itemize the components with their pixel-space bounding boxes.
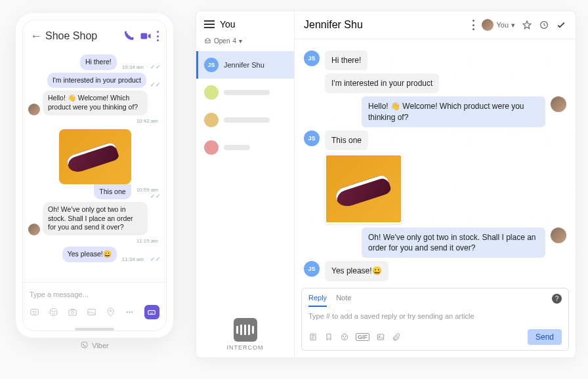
shop-name: Shoe Shop	[45, 30, 120, 42]
camera-icon[interactable]	[68, 306, 77, 318]
customer-name: Jennifer Shu	[304, 19, 467, 31]
tab-note[interactable]: Note	[336, 294, 351, 307]
sticker-icon[interactable]	[30, 306, 39, 318]
svg-point-10	[110, 310, 112, 312]
msg-sent: Yes please!😀	[62, 247, 117, 262]
msg-sent: This one	[94, 184, 131, 200]
assignee-selector[interactable]: You ▾	[482, 19, 515, 31]
svg-point-18	[341, 334, 347, 340]
avatar	[28, 224, 40, 235]
phone-header: ← Shoe Shop	[23, 20, 166, 49]
message-input[interactable]: Type a message...	[30, 287, 159, 302]
svg-point-3	[35, 311, 36, 312]
phone-composer: Type a message...	[23, 282, 166, 326]
article-icon[interactable]	[308, 332, 318, 342]
intercom-panel: You Open 4 ▾ JS Jennifer Shu INTERCOM Je…	[196, 10, 576, 358]
attached-image[interactable]	[325, 154, 402, 224]
star-icon[interactable]	[522, 20, 532, 30]
back-arrow-icon[interactable]: ←	[30, 30, 43, 43]
msg-inbound: Hi there!	[325, 50, 368, 70]
svg-rect-21	[377, 334, 383, 340]
conversation-item[interactable]	[196, 134, 294, 161]
msg-received: Hello! 👋 Welcome! Which product were you…	[43, 90, 148, 115]
avatar	[204, 85, 219, 100]
avatar: JS	[204, 58, 219, 72]
avatar: JS	[304, 261, 320, 277]
gif-icon[interactable]: GIF	[356, 333, 369, 341]
read-checks-icon: ✓✓	[150, 64, 161, 70]
inbox-filter[interactable]: Open 4 ▾	[196, 35, 294, 51]
svg-point-20	[345, 336, 346, 336]
attached-image[interactable]	[59, 129, 131, 184]
attachment-icon[interactable]	[392, 332, 401, 342]
phone-mockup: ← Shoe Shop Hi there!10:34 am✓✓ I'm inte…	[16, 13, 173, 338]
placeholder-line	[224, 90, 270, 95]
msg-outbound: Oh! We've only got two in stock. Shall I…	[362, 228, 545, 258]
svg-point-8	[72, 311, 74, 314]
more-icon[interactable]	[125, 306, 135, 318]
svg-rect-15	[81, 342, 87, 348]
avatar	[204, 113, 219, 127]
video-call-icon[interactable]	[140, 30, 152, 42]
chevron-down-icon: ▾	[239, 37, 242, 45]
placeholder-line	[224, 117, 270, 123]
agent-avatar	[551, 96, 566, 112]
svg-point-2	[33, 311, 33, 312]
tab-reply[interactable]: Reply	[308, 294, 327, 307]
conversation-name: Jennifer Shu	[224, 61, 264, 69]
conversation-sidebar: You Open 4 ▾ JS Jennifer Shu INTERCOM	[196, 11, 295, 357]
conversation-item[interactable]: JS Jennifer Shu	[196, 51, 294, 79]
svg-point-13	[132, 311, 133, 313]
keyboard-button[interactable]	[144, 305, 159, 319]
close-conversation-icon[interactable]	[556, 20, 566, 30]
avatar	[28, 104, 40, 115]
svg-point-19	[343, 336, 344, 336]
svg-rect-14	[148, 311, 156, 315]
snooze-icon[interactable]	[539, 20, 549, 30]
avatar	[204, 140, 219, 155]
conversation-item[interactable]	[196, 79, 294, 106]
agent-avatar	[482, 19, 494, 31]
conversation-item[interactable]	[196, 106, 294, 134]
msg-outbound: Hello! 👋 Welcome! Which product were you…	[362, 96, 545, 127]
phone-call-icon[interactable]	[123, 30, 135, 42]
intercom-brand: INTERCOM	[196, 311, 294, 357]
more-options-icon[interactable]	[157, 31, 159, 41]
read-checks-icon: ✓✓	[150, 256, 161, 262]
svg-rect-1	[31, 309, 38, 315]
gallery-icon[interactable]	[87, 306, 96, 318]
reply-input[interactable]: Type # to add a saved reply or try sendi…	[302, 307, 568, 325]
svg-rect-7	[69, 310, 76, 315]
svg-point-12	[129, 311, 131, 313]
svg-rect-0	[141, 33, 148, 39]
bookmark-icon[interactable]	[324, 332, 333, 342]
avatar: JS	[304, 50, 320, 66]
msg-sent: I'm interested in your product	[47, 73, 146, 89]
emoji-icon[interactable]	[49, 306, 58, 318]
svg-point-4	[50, 308, 57, 315]
inbox-title: You	[220, 19, 236, 30]
read-checks-icon: ✓✓	[150, 81, 161, 88]
viber-brand-label: Viber	[16, 341, 173, 349]
composer: Reply Note ? Type # to add a saved reply…	[301, 288, 569, 351]
agent-avatar	[551, 228, 566, 243]
send-button[interactable]: Send	[528, 329, 562, 345]
image-icon[interactable]	[376, 332, 385, 342]
home-indicator	[75, 328, 114, 330]
thread-header: Jennifer Shu You ▾	[295, 11, 576, 39]
more-options-icon[interactable]	[472, 20, 475, 30]
svg-rect-9	[88, 309, 95, 315]
avatar: JS	[304, 130, 320, 146]
viber-icon	[80, 341, 89, 349]
phone-chat-body: Hi there!10:34 am✓✓ I'm interested in yo…	[23, 49, 166, 282]
location-icon[interactable]	[106, 306, 116, 318]
msg-sent: Hi there!	[80, 54, 117, 70]
help-icon[interactable]: ?	[552, 294, 562, 304]
svg-point-11	[127, 311, 128, 313]
svg-point-6	[54, 311, 55, 311]
menu-icon[interactable]	[204, 20, 215, 28]
chevron-down-icon: ▾	[511, 21, 515, 30]
read-checks-icon: ✓✓	[150, 193, 161, 199]
emoji-icon[interactable]	[340, 332, 349, 342]
intercom-logo-icon	[234, 318, 257, 342]
